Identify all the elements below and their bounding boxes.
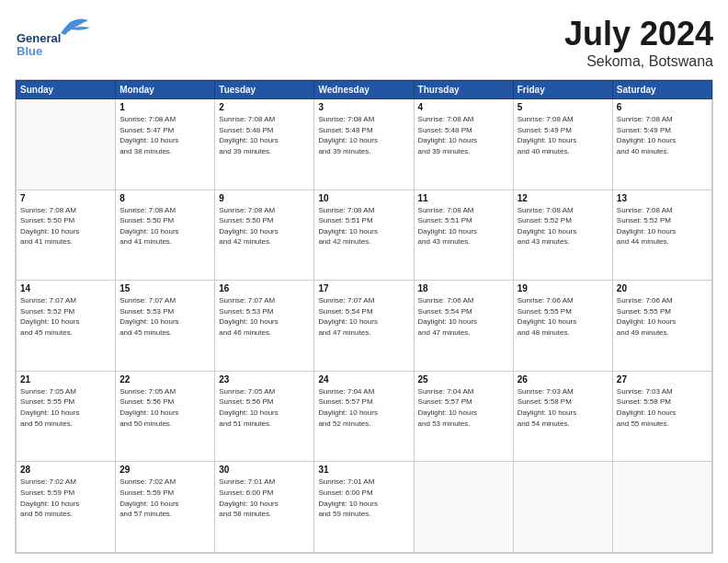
day-info: Sunrise: 7:08 AM Sunset: 5:49 PM Dayligh… [518,114,609,156]
calendar-cell: 28Sunrise: 7:02 AM Sunset: 5:59 PM Dayli… [17,462,116,553]
day-number: 11 [418,193,509,203]
day-info: Sunrise: 7:04 AM Sunset: 5:57 PM Dayligh… [418,386,509,429]
calendar-cell: 5Sunrise: 7:08 AM Sunset: 5:49 PM Daylig… [513,99,612,190]
calendar-cell: 2Sunrise: 7:08 AM Sunset: 5:48 PM Daylig… [215,99,314,190]
week-row-4: 21Sunrise: 7:05 AM Sunset: 5:55 PM Dayli… [17,371,712,462]
weekday-header-saturday: Saturday [612,81,711,99]
day-number: 6 [617,102,708,112]
logo-svg: General Blue [15,15,97,59]
day-number: 28 [20,465,111,475]
day-info: Sunrise: 7:07 AM Sunset: 5:53 PM Dayligh… [219,295,310,338]
calendar-body: 1Sunrise: 7:08 AM Sunset: 5:47 PM Daylig… [17,99,712,553]
day-info: Sunrise: 7:06 AM Sunset: 5:55 PM Dayligh… [617,295,708,338]
calendar-cell: 27Sunrise: 7:03 AM Sunset: 5:58 PM Dayli… [612,371,711,462]
day-number: 7 [20,193,111,203]
calendar-cell: 9Sunrise: 7:08 AM Sunset: 5:50 PM Daylig… [215,190,314,281]
week-row-2: 7Sunrise: 7:08 AM Sunset: 5:50 PM Daylig… [17,190,712,281]
calendar-cell: 29Sunrise: 7:02 AM Sunset: 5:59 PM Dayli… [116,462,215,553]
day-number: 1 [119,102,210,112]
day-number: 31 [318,465,409,475]
day-number: 30 [219,465,310,475]
calendar-cell: 6Sunrise: 7:08 AM Sunset: 5:49 PM Daylig… [612,99,711,190]
day-info: Sunrise: 7:05 AM Sunset: 5:56 PM Dayligh… [219,386,310,429]
day-info: Sunrise: 7:01 AM Sunset: 6:00 PM Dayligh… [219,477,310,519]
day-info: Sunrise: 7:04 AM Sunset: 5:57 PM Dayligh… [318,386,409,429]
day-info: Sunrise: 7:02 AM Sunset: 5:59 PM Dayligh… [20,477,111,519]
day-number: 8 [119,193,210,203]
day-number: 10 [318,193,409,203]
weekday-header-thursday: Thursday [414,81,513,99]
calendar: SundayMondayTuesdayWednesdayThursdayFrid… [15,79,713,554]
day-number: 23 [219,374,310,385]
day-info: Sunrise: 7:07 AM Sunset: 5:53 PM Dayligh… [119,295,210,338]
day-number: 19 [518,283,609,293]
calendar-cell [513,462,612,553]
svg-text:General: General [17,31,61,45]
day-number: 26 [518,374,609,385]
calendar-cell: 4Sunrise: 7:08 AM Sunset: 5:48 PM Daylig… [414,99,513,190]
day-number: 18 [418,283,509,293]
day-info: Sunrise: 7:08 AM Sunset: 5:50 PM Dayligh… [119,205,210,247]
day-info: Sunrise: 7:08 AM Sunset: 5:48 PM Dayligh… [318,114,409,156]
day-info: Sunrise: 7:08 AM Sunset: 5:48 PM Dayligh… [418,114,509,156]
day-info: Sunrise: 7:02 AM Sunset: 5:59 PM Dayligh… [119,477,210,519]
day-info: Sunrise: 7:08 AM Sunset: 5:47 PM Dayligh… [119,114,210,156]
svg-text:Blue: Blue [17,44,42,58]
calendar-cell: 20Sunrise: 7:06 AM Sunset: 5:55 PM Dayli… [612,281,711,372]
calendar-cell: 19Sunrise: 7:06 AM Sunset: 5:55 PM Dayli… [513,281,612,372]
day-info: Sunrise: 7:03 AM Sunset: 5:58 PM Dayligh… [617,386,708,429]
weekday-header-tuesday: Tuesday [215,81,314,99]
day-number: 16 [219,283,310,293]
calendar-cell: 31Sunrise: 7:01 AM Sunset: 6:00 PM Dayli… [314,462,414,553]
day-number: 9 [219,193,310,203]
day-number: 24 [318,374,409,385]
calendar-cell [414,462,513,553]
day-info: Sunrise: 7:06 AM Sunset: 5:55 PM Dayligh… [518,295,609,338]
calendar-cell: 25Sunrise: 7:04 AM Sunset: 5:57 PM Dayli… [414,371,513,462]
calendar-cell: 22Sunrise: 7:05 AM Sunset: 5:56 PM Dayli… [116,371,215,462]
weekday-header-monday: Monday [116,81,215,99]
calendar-cell: 15Sunrise: 7:07 AM Sunset: 5:53 PM Dayli… [116,281,215,372]
subtitle: Sekoma, Botswana [564,53,713,70]
week-row-5: 28Sunrise: 7:02 AM Sunset: 5:59 PM Dayli… [17,462,712,553]
day-number: 29 [119,465,210,475]
calendar-cell [17,99,116,190]
day-info: Sunrise: 7:08 AM Sunset: 5:52 PM Dayligh… [518,205,609,247]
day-info: Sunrise: 7:08 AM Sunset: 5:51 PM Dayligh… [418,205,509,247]
header: General Blue July 2024 Sekoma, Botswana [15,15,713,70]
day-number: 3 [318,102,409,112]
calendar-cell: 23Sunrise: 7:05 AM Sunset: 5:56 PM Dayli… [215,371,314,462]
day-number: 13 [617,193,708,203]
calendar-cell: 13Sunrise: 7:08 AM Sunset: 5:52 PM Dayli… [612,190,711,281]
calendar-cell: 24Sunrise: 7:04 AM Sunset: 5:57 PM Dayli… [314,371,414,462]
week-row-1: 1Sunrise: 7:08 AM Sunset: 5:47 PM Daylig… [17,99,712,190]
day-info: Sunrise: 7:08 AM Sunset: 5:48 PM Dayligh… [219,114,310,156]
calendar-cell: 3Sunrise: 7:08 AM Sunset: 5:48 PM Daylig… [314,99,414,190]
calendar-cell: 12Sunrise: 7:08 AM Sunset: 5:52 PM Dayli… [513,190,612,281]
day-number: 25 [418,374,509,385]
calendar-cell: 21Sunrise: 7:05 AM Sunset: 5:55 PM Dayli… [17,371,116,462]
calendar-cell: 7Sunrise: 7:08 AM Sunset: 5:50 PM Daylig… [17,190,116,281]
day-number: 15 [119,283,210,293]
day-number: 2 [219,102,310,112]
day-info: Sunrise: 7:06 AM Sunset: 5:54 PM Dayligh… [418,295,509,338]
day-number: 5 [518,102,609,112]
day-info: Sunrise: 7:08 AM Sunset: 5:50 PM Dayligh… [219,205,310,247]
calendar-cell: 18Sunrise: 7:06 AM Sunset: 5:54 PM Dayli… [414,281,513,372]
day-number: 14 [20,283,111,293]
day-info: Sunrise: 7:08 AM Sunset: 5:50 PM Dayligh… [20,205,111,247]
page: General Blue July 2024 Sekoma, Botswana … [0,0,728,563]
day-info: Sunrise: 7:08 AM Sunset: 5:49 PM Dayligh… [617,114,708,156]
calendar-cell: 11Sunrise: 7:08 AM Sunset: 5:51 PM Dayli… [414,190,513,281]
week-row-3: 14Sunrise: 7:07 AM Sunset: 5:52 PM Dayli… [17,281,712,372]
calendar-cell: 8Sunrise: 7:08 AM Sunset: 5:50 PM Daylig… [116,190,215,281]
calendar-cell: 26Sunrise: 7:03 AM Sunset: 5:58 PM Dayli… [513,371,612,462]
calendar-cell: 10Sunrise: 7:08 AM Sunset: 5:51 PM Dayli… [314,190,414,281]
day-info: Sunrise: 7:08 AM Sunset: 5:52 PM Dayligh… [617,205,708,247]
day-info: Sunrise: 7:07 AM Sunset: 5:54 PM Dayligh… [318,295,409,338]
calendar-table: SundayMondayTuesdayWednesdayThursdayFrid… [16,80,712,553]
weekday-row: SundayMondayTuesdayWednesdayThursdayFrid… [17,81,712,99]
day-number: 17 [318,283,409,293]
day-info: Sunrise: 7:07 AM Sunset: 5:52 PM Dayligh… [20,295,111,338]
month-title: July 2024 [564,15,713,53]
